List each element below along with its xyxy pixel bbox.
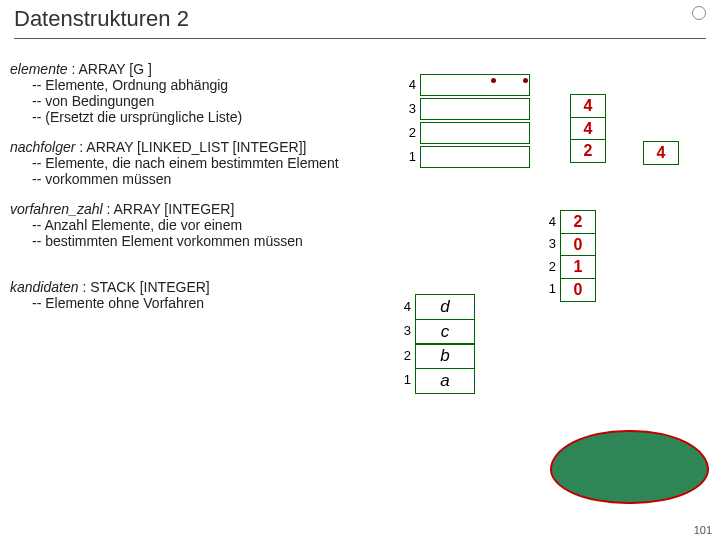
dot-icon	[491, 78, 496, 83]
elemente-type: : ARRAY [G ]	[71, 61, 151, 77]
elemente-diagram: 4 3 2 1 4 4 2 4	[400, 72, 530, 168]
kandidaten-block: kandidaten : STACK [INTEGER] -- Elemente…	[10, 279, 710, 311]
count-cell: 0	[560, 233, 596, 257]
elemente-name: elemente	[10, 61, 68, 77]
letter-cell: c	[415, 319, 475, 345]
arr-idx: 1	[395, 372, 411, 387]
arr-idx: 2	[395, 348, 411, 363]
nachfolger-count-diagram: 4 2 3 0 2 1 1 0	[540, 210, 596, 300]
succ-cell: 4	[570, 94, 606, 118]
succ-cell: 2	[570, 139, 606, 163]
arr-cell	[420, 146, 530, 168]
arr-idx: 4	[395, 299, 411, 314]
letter-cell: d	[415, 294, 475, 320]
nachfolger-name: nachfolger	[10, 139, 75, 155]
vorfahren-diagram: 4 d 3 c 2 b 1 a	[395, 294, 475, 392]
slide-content: elemente : ARRAY [G ] -- Elemente, Ordnu…	[0, 39, 720, 311]
count-cell: 2	[560, 210, 596, 234]
elemente-c2: -- von Bedingungen	[32, 93, 380, 109]
arr-idx: 1	[400, 149, 416, 164]
elemente-block: elemente : ARRAY [G ] -- Elemente, Ordnu…	[10, 61, 380, 125]
page-number: 101	[694, 524, 712, 536]
arr-idx: 1	[540, 281, 556, 296]
letter-cell: b	[415, 343, 475, 369]
arr-idx: 4	[400, 77, 416, 92]
vorfahren-type: : ARRAY [INTEGER]	[107, 201, 235, 217]
slide-title: Datenstrukturen 2	[14, 6, 706, 32]
succ-cell: 4	[570, 117, 606, 141]
kandidaten-type: : STACK [INTEGER]	[82, 279, 209, 295]
slide-logo-icon	[692, 6, 706, 20]
arr-cell	[420, 98, 530, 120]
vorfahren-name: vorfahren_zahl	[10, 201, 103, 217]
nachfolger-type: : ARRAY [LINKED_LIST [INTEGER]]	[79, 139, 306, 155]
count-cell: 1	[560, 255, 596, 279]
dot-icon	[523, 78, 528, 83]
succ-column-2: 4 4 2	[570, 94, 606, 162]
kandidaten-name: kandidaten	[10, 279, 79, 295]
elemente-decl: elemente : ARRAY [G ]	[10, 61, 380, 77]
arr-idx: 3	[540, 236, 556, 251]
kandidaten-decl: kandidaten : STACK [INTEGER]	[10, 279, 710, 295]
nachfolger-c2: -- vorkommen müssen	[32, 171, 480, 187]
vorfahren-decl: vorfahren_zahl : ARRAY [INTEGER]	[10, 201, 380, 217]
arr-idx: 2	[540, 259, 556, 274]
letter-cell: a	[415, 368, 475, 394]
vorfahren-block: vorfahren_zahl : ARRAY [INTEGER] -- Anza…	[10, 201, 380, 249]
arr-cell	[420, 122, 530, 144]
stack-blob-icon	[550, 430, 709, 504]
arr-cell	[420, 74, 530, 96]
arr-idx: 2	[400, 125, 416, 140]
arr-idx: 4	[540, 214, 556, 229]
kandidaten-c1: -- Elemente ohne Vorfahren	[32, 295, 710, 311]
elemente-c1: -- Elemente, Ordnung abhängig	[32, 77, 380, 93]
vorfahren-c1: -- Anzahl Elemente, die vor einem	[32, 217, 380, 233]
arr-idx: 3	[395, 323, 411, 338]
title-area: Datenstrukturen 2	[0, 0, 720, 34]
succ-cell: 4	[643, 141, 679, 165]
count-cell: 0	[560, 278, 596, 302]
vorfahren-c2: -- bestimmten Element vorkommen müssen	[32, 233, 380, 249]
elemente-c3: -- (Ersetzt die ursprüngliche Liste)	[32, 109, 380, 125]
succ-column-3: 4	[643, 141, 679, 164]
arr-idx: 3	[400, 101, 416, 116]
